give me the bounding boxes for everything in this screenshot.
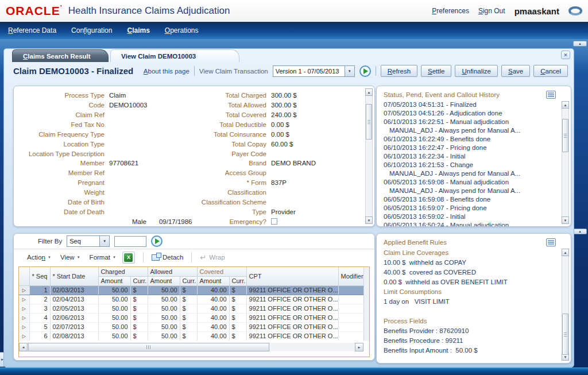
table-row[interactable]: ▷102/03/201350.00$50.00$40.00$99211 OFFI…: [19, 285, 363, 295]
go-icon: [363, 68, 368, 74]
wrap-button[interactable]: ↵ Wrap: [200, 253, 225, 262]
filter-go-button[interactable]: [151, 235, 163, 247]
row-expand-arrow[interactable]: ▷: [19, 304, 29, 313]
filter-value-input[interactable]: [114, 236, 146, 247]
scroll-up-button[interactable]: ▲: [365, 88, 373, 96]
version-dropdown-button[interactable]: ▼: [345, 65, 355, 77]
cell-seq: 4: [29, 313, 50, 322]
row-expand-arrow[interactable]: ▷: [19, 295, 29, 304]
save-button[interactable]: Save: [501, 65, 530, 77]
history-panel: Status, Pend, Event and Callout History …: [376, 86, 571, 227]
scroll-right-button[interactable]: ►: [355, 343, 363, 351]
cell-charged-amount: 50.00: [98, 331, 130, 341]
detach-panel-icon[interactable]: [546, 91, 556, 99]
menu-item-configuration[interactable]: Configuration: [71, 26, 112, 34]
action-menu[interactable]: Action ▼: [24, 253, 54, 262]
cell-covered-curr: $: [229, 322, 246, 331]
scrollbar-thumb[interactable]: [562, 314, 568, 355]
emergency-checkbox[interactable]: [271, 218, 277, 225]
scrollbar-track[interactable]: [562, 109, 569, 217]
detach-panel-icon[interactable]: [546, 238, 556, 246]
cell-allowed-curr: $: [180, 304, 197, 313]
close-tab-button[interactable]: ✕: [561, 51, 570, 59]
field-label: Emergency?: [198, 218, 271, 225]
scroll-down-button[interactable]: ▼: [562, 217, 569, 224]
table-row[interactable]: ▷302/05/201350.00$50.00$40.00$99211 OFFI…: [19, 304, 363, 313]
menu-item-claims[interactable]: Claims: [127, 26, 149, 34]
table-row[interactable]: ▷602/08/201350.00$50.00$40.00$99211 OFFI…: [19, 331, 363, 341]
oracle-o-icon: [568, 6, 582, 16]
tab-view-claim-demo10003[interactable]: View Claim DEMO10003: [110, 49, 239, 62]
table-horizontal-scrollbar[interactable]: ◄ ►: [19, 343, 363, 351]
form-field-gender-clipped: Male09/17/1986: [14, 217, 198, 226]
table-row[interactable]: ▷502/07/201350.00$50.00$40.00$99211 OFFI…: [19, 322, 363, 331]
scrollbar-track[interactable]: [365, 96, 373, 217]
menu-item-operations[interactable]: Operations: [165, 26, 199, 34]
field-label: Claim Ref: [14, 111, 109, 118]
filter-row: Filter By Seq ▼: [14, 234, 374, 249]
version-go-button[interactable]: [359, 65, 371, 77]
claim-form-scrollbar[interactable]: ▲ ▼: [365, 88, 373, 224]
format-menu[interactable]: Format ▼: [87, 253, 119, 262]
field-label: Type: [198, 208, 271, 215]
form-field-total-coinsurance: Total Coinsurance0.00 $: [198, 129, 363, 139]
field-label: Total Deductible: [198, 121, 271, 128]
splitter-collapse-button[interactable]: ▲: [573, 229, 587, 234]
about-this-page-link[interactable]: About this page: [144, 68, 189, 75]
form-field-weight: Weight: [14, 188, 198, 198]
top-bar: ORACLE Health Insurance Claims Adjudicat…: [0, 0, 588, 22]
history-entry: MANUAL_ADJ - Always pend for Manual A...: [384, 169, 571, 178]
cell-charged-amount: 50.00: [98, 285, 130, 295]
cell-allowed-curr: $: [180, 313, 197, 322]
benefit-scrollbar[interactable]: ▲ ▼: [562, 249, 569, 361]
scroll-up-button[interactable]: ▲: [562, 101, 569, 109]
scrollbar-track[interactable]: [562, 256, 569, 353]
row-expand-arrow[interactable]: ▷: [19, 331, 29, 341]
export-to-excel-button[interactable]: [122, 252, 135, 264]
cell-charged-curr: $: [130, 331, 148, 341]
table-row[interactable]: ▷402/06/201350.00$50.00$40.00$99211 OFFI…: [19, 313, 363, 322]
refresh-button[interactable]: Refresh: [381, 65, 417, 77]
sign-out-link[interactable]: Sign Out: [478, 7, 505, 15]
settle-button[interactable]: Settle: [421, 65, 451, 77]
detach-button[interactable]: Detach: [152, 254, 183, 261]
field-label: Code: [14, 102, 109, 109]
up-arrow-icon: ▲: [578, 230, 582, 233]
field-label: Classification: [198, 189, 271, 196]
version-select[interactable]: Version 1 - 07/05/2013 ▼: [273, 65, 355, 77]
scroll-up-button-top[interactable]: ▲: [573, 41, 587, 47]
filter-field-select[interactable]: Seq ▼: [67, 235, 110, 247]
benefit-line: 1 day on VISIT LIMIT: [384, 297, 571, 307]
table-row[interactable]: ▷202/04/201350.00$50.00$40.00$99211 OFFI…: [19, 295, 363, 304]
view-menu[interactable]: View ▼: [57, 253, 83, 262]
chevron-down-icon: ▼: [348, 69, 351, 73]
row-expand-arrow[interactable]: ▷: [19, 285, 29, 295]
scrollbar-thumb[interactable]: [366, 104, 372, 140]
preferences-link[interactable]: Preferences: [432, 7, 469, 15]
unfinalize-button[interactable]: Unfinalize: [455, 65, 498, 77]
field-label: Total Coinsurance: [198, 131, 271, 138]
scrollbar-thumb[interactable]: [562, 119, 568, 152]
scroll-left-button[interactable]: ◄: [19, 343, 28, 351]
field-label: Classification Scheme: [198, 199, 271, 206]
history-panel-header: Status, Pend, Event and Callout History: [377, 86, 571, 100]
cell-cpt: 99211 OFFICE OR OTHER O...: [246, 304, 338, 313]
filter-dropdown-button[interactable]: ▼: [100, 235, 110, 247]
field-label: Brand: [198, 160, 271, 167]
history-scrollbar[interactable]: ▲ ▼: [562, 101, 569, 224]
history-entry: 07/05/2013 04:51:26 - Adjudication done: [384, 109, 571, 118]
row-expand-arrow[interactable]: ▷: [19, 322, 29, 331]
scroll-up-button[interactable]: ▲: [562, 249, 569, 256]
tab-claims-search-result[interactable]: Claims Search Result: [12, 49, 109, 62]
row-expand-arrow[interactable]: ▷: [19, 313, 29, 322]
field-value: DEMO BRAND: [271, 160, 316, 167]
scroll-down-button[interactable]: ▼: [365, 217, 373, 224]
table-vertical-scrollbar-track[interactable]: [363, 267, 369, 341]
scrollbar-thumb[interactable]: [28, 343, 269, 351]
menu-item-reference-data[interactable]: Reference Data: [8, 26, 56, 34]
up-arrow-icon: ▲: [578, 42, 582, 45]
history-entry: 06/05/2013 16:59:07 - Pricing done: [384, 204, 571, 212]
subcolumn-allowed-curr: Curr.: [180, 276, 197, 285]
cancel-button[interactable]: Cancel: [533, 65, 568, 77]
form-field-claim-frequency-type: Claim Frequency Type: [14, 129, 198, 139]
